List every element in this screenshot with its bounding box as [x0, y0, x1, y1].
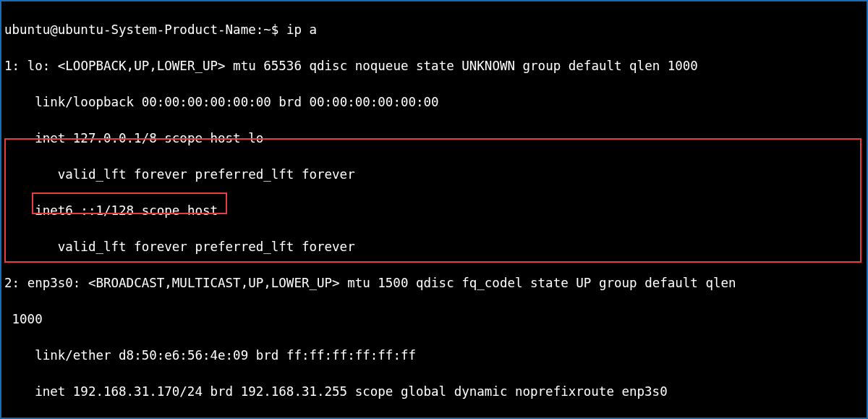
iface-lo-inet6-valid: valid_lft forever preferred_lft forever	[4, 238, 867, 256]
prompt-symbol: $	[271, 22, 279, 37]
prompt-line-1: ubuntu@ubuntu-System-Product-Name:~$ ip …	[4, 21, 867, 39]
iface-enp3s0-inet: inet 192.168.31.170/24 brd 192.168.31.25…	[4, 383, 867, 401]
iface-enp3s0-header-wrap: 1000	[4, 310, 867, 329]
prompt-host: ubuntu-System-Product-Name	[58, 22, 256, 37]
iface-lo-link: link/loopback 00:00:00:00:00:00 brd 00:0…	[4, 93, 867, 111]
iface-lo-header: 1: lo: <LOOPBACK,UP,LOWER_UP> mtu 65536 …	[4, 57, 867, 75]
iface-lo-inet-valid: valid_lft forever preferred_lft forever	[4, 166, 867, 184]
terminal-window[interactable]: ubuntu@ubuntu-System-Product-Name:~$ ip …	[0, 0, 868, 419]
iface-lo-inet: inet 127.0.0.1/8 scope host lo	[4, 130, 867, 148]
iface-lo-inet6: inet6 ::1/128 scope host	[4, 202, 867, 220]
iface-enp3s0-header: 2: enp3s0: <BROADCAST,MULTICAST,UP,LOWER…	[4, 274, 867, 292]
prompt-path: ~	[263, 22, 271, 37]
highlighted-ip: 192.168.31.170/24	[73, 384, 203, 399]
iface-enp3s0-link: link/ether d8:50:e6:56:4e:09 brd ff:ff:f…	[4, 347, 867, 365]
prompt-user: ubuntu	[4, 22, 50, 37]
command-text: ip a	[286, 22, 317, 37]
